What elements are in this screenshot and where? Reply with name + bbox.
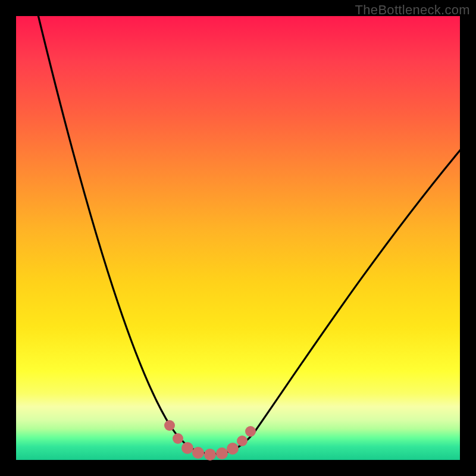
curve-marker [173,433,183,444]
watermark-text: TheBottleneck.com [355,2,470,18]
curve-marker [227,443,239,455]
marker-group [164,420,256,461]
curve-marker [204,449,216,461]
curve-marker [245,426,256,437]
curve-marker [164,420,175,431]
curve-marker [216,447,228,459]
bottleneck-curve-path [37,10,465,454]
bottleneck-chart-svg [16,16,460,460]
curve-marker [192,447,204,459]
curve-marker [237,436,248,446]
curve-marker [181,442,193,454]
